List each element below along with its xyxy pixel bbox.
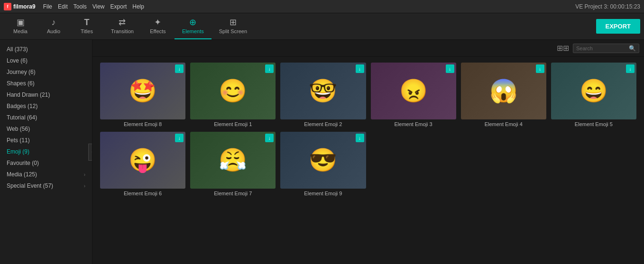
toolbar-elements-label: Elements: [182, 28, 204, 34]
sidebar-item-media[interactable]: Media (125) ›: [0, 169, 92, 180]
sidebar-item-emoji[interactable]: Emoji (9): [0, 146, 92, 157]
audio-icon: ♪: [52, 18, 56, 27]
toolbar-titles[interactable]: T Titles: [70, 13, 103, 39]
element-thumb-emoji8: 🤩 ↓: [100, 63, 185, 119]
element-name-emoji9: Element Emoji 9: [280, 191, 366, 196]
sidebar-collapse-button[interactable]: ‹: [88, 144, 92, 161]
logo-icon: f: [4, 3, 11, 10]
element-card-emoji6[interactable]: 😜 ↓ Element Emoji 6: [100, 132, 185, 196]
grid-view-icon[interactable]: ⊞⊞: [557, 44, 569, 53]
toolbar-audio[interactable]: ♪ Audio: [37, 13, 70, 39]
element-name-emoji6: Element Emoji 6: [100, 191, 185, 196]
sidebar-item-handdrawn[interactable]: Hand Drawn (21): [0, 89, 92, 100]
element-thumb-emoji1: 😊 ↓: [190, 63, 276, 119]
menu-tools[interactable]: Tools: [74, 3, 87, 10]
sidebar-item-badges[interactable]: Badges (12): [0, 100, 92, 112]
element-name-emoji1: Element Emoji 1: [190, 121, 276, 127]
search-box[interactable]: 🔍: [573, 44, 639, 53]
element-thumb-emoji2: 🤓 ↓: [280, 63, 366, 119]
element-name-emoji2: Element Emoji 2: [280, 121, 366, 127]
element-card-emoji9[interactable]: 😎 ↓ Element Emoji 9: [280, 132, 366, 196]
toolbar-media-label: Media: [13, 28, 28, 34]
content-panel: ⊞⊞ 🔍 🤩 ↓ Element Emoji 8 😊 ↓: [92, 40, 644, 264]
element-name-emoji7: Element Emoji 7: [190, 191, 276, 196]
media-icon: ▣: [17, 18, 25, 27]
download-badge-emoji2: ↓: [356, 64, 364, 73]
download-badge-emoji7: ↓: [265, 134, 274, 142]
download-badge-emoji1: ↓: [265, 64, 274, 73]
toolbar-transition-label: Transition: [111, 28, 134, 34]
sidebar-item-shapes[interactable]: Shapes (6): [0, 78, 92, 89]
export-button[interactable]: EXPORT: [596, 19, 640, 34]
content-header: ⊞⊞ 🔍: [92, 40, 644, 57]
element-card-emoji7[interactable]: 😤 ↓ Element Emoji 7: [190, 132, 276, 196]
download-badge-emoji4: ↓: [536, 64, 544, 73]
effects-icon: ✦: [154, 18, 161, 27]
element-name-emoji4: Element Emoji 4: [461, 121, 546, 127]
element-thumb-emoji4: 😱 ↓: [461, 63, 546, 119]
sidebar-item-specialevent[interactable]: Special Event (57) ›: [0, 180, 92, 191]
menu-file[interactable]: File: [43, 3, 52, 10]
sidebar-item-pets[interactable]: Pets (11): [0, 135, 92, 146]
element-thumb-emoji9: 😎 ↓: [280, 132, 366, 189]
sidebar-item-journey[interactable]: Journey (6): [0, 66, 92, 78]
app-logo: f filmora9: [4, 3, 36, 10]
element-name-emoji8: Element Emoji 8: [100, 121, 185, 127]
main-content: All (373) Love (6) Journey (6) Shapes (6…: [0, 40, 644, 264]
sidebar-item-web[interactable]: Web (56): [0, 123, 92, 135]
sidebar-item-love[interactable]: Love (6): [0, 55, 92, 66]
download-badge-emoji5: ↓: [626, 64, 635, 73]
media-arrow-icon: ›: [84, 172, 85, 177]
element-name-emoji5: Element Emoji 5: [551, 121, 636, 127]
project-info: VE Project 3: 00:00:15:23: [575, 3, 640, 10]
toolbar-transition[interactable]: ⇄ Transition: [103, 13, 141, 39]
download-badge-emoji8: ↓: [175, 64, 184, 73]
element-card-emoji3[interactable]: 😠 ↓ Element Emoji 3: [371, 63, 456, 127]
sidebar-item-tutorial[interactable]: Tutorial (64): [0, 112, 92, 123]
elements-grid: 🤩 ↓ Element Emoji 8 😊 ↓ Element Emoji 1 …: [92, 57, 644, 264]
toolbar-splitscreen[interactable]: ⊞ Split Screen: [212, 13, 255, 39]
toolbar-splitscreen-label: Split Screen: [219, 28, 247, 34]
element-thumb-emoji3: 😠 ↓: [371, 63, 456, 119]
sidebar-item-favourite[interactable]: Favourite (0): [0, 157, 92, 169]
sidebar-item-all[interactable]: All (373): [0, 44, 92, 55]
specialevent-arrow-icon: ›: [84, 183, 85, 189]
menu-export[interactable]: Export: [110, 3, 127, 10]
download-badge-emoji6: ↓: [175, 134, 184, 142]
transition-icon: ⇄: [119, 18, 126, 27]
toolbar: ▣ Media ♪ Audio T Titles ⇄ Transition ✦ …: [0, 13, 644, 40]
element-thumb-emoji6: 😜 ↓: [100, 132, 185, 189]
toolbar-effects[interactable]: ✦ Effects: [141, 13, 175, 39]
menu-items: File Edit Tools View Export Help: [43, 3, 144, 10]
menu-view[interactable]: View: [92, 3, 105, 10]
menu-bar: f filmora9 File Edit Tools View Export H…: [0, 0, 644, 13]
menu-help[interactable]: Help: [132, 3, 144, 10]
toolbar-audio-label: Audio: [47, 28, 60, 34]
element-card-emoji5[interactable]: 😄 ↓ Element Emoji 5: [551, 63, 636, 127]
element-card-emoji4[interactable]: 😱 ↓ Element Emoji 4: [461, 63, 546, 127]
toolbar-elements[interactable]: ⊕ Elements: [175, 13, 212, 39]
element-thumb-emoji7: 😤 ↓: [190, 132, 276, 189]
search-icon: 🔍: [629, 45, 636, 52]
element-card-emoji1[interactable]: 😊 ↓ Element Emoji 1: [190, 63, 276, 127]
toolbar-media[interactable]: ▣ Media: [4, 13, 37, 39]
menu-edit[interactable]: Edit: [58, 3, 68, 10]
titles-icon: T: [84, 18, 90, 27]
element-name-emoji3: Element Emoji 3: [371, 121, 456, 127]
download-badge-emoji3: ↓: [446, 64, 454, 73]
toolbar-titles-label: Titles: [81, 28, 93, 34]
element-thumb-emoji5: 😄 ↓: [551, 63, 636, 119]
app-name: filmora9: [13, 3, 36, 10]
element-card-emoji8[interactable]: 🤩 ↓ Element Emoji 8: [100, 63, 185, 127]
elements-icon: ⊕: [189, 18, 196, 27]
search-input[interactable]: [576, 46, 627, 51]
download-badge-emoji9: ↓: [356, 134, 364, 142]
element-card-emoji2[interactable]: 🤓 ↓ Element Emoji 2: [280, 63, 366, 127]
splitscreen-icon: ⊞: [230, 18, 237, 27]
sidebar: All (373) Love (6) Journey (6) Shapes (6…: [0, 40, 92, 264]
toolbar-effects-label: Effects: [150, 28, 166, 34]
